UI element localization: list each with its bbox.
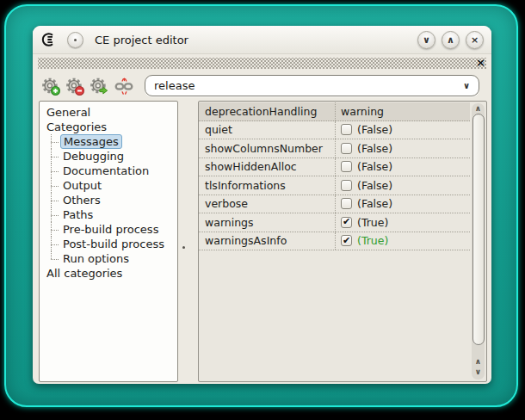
- properties-panel: deprecationHandling warning quiet (False…: [198, 101, 487, 382]
- chevron-up-icon: ∧: [447, 35, 454, 45]
- minimize-button[interactable]: ∨: [417, 31, 435, 49]
- checkbox-unchecked[interactable]: [341, 143, 352, 154]
- toolbar-grip[interactable]: ×: [38, 58, 486, 69]
- checkbox-checked[interactable]: ✔: [341, 217, 352, 228]
- property-row-verbose[interactable]: verbose (False): [199, 195, 470, 214]
- scroll-up-icon[interactable]: ∧: [472, 358, 485, 366]
- remove-target-button[interactable]: [64, 75, 86, 97]
- checkbox-unchecked[interactable]: [341, 180, 352, 191]
- chevron-down-icon: ∨: [463, 81, 470, 90]
- checkbox-unchecked[interactable]: [341, 198, 352, 209]
- scroll-up-icon[interactable]: ∧: [472, 105, 485, 113]
- panel-splitter[interactable]: [178, 101, 198, 382]
- tree-item-post-build-process[interactable]: Post-build process: [40, 237, 177, 251]
- property-value: (False): [357, 160, 392, 173]
- window-frame: CE project editor ∨ ∧ × ×: [4, 4, 518, 407]
- unlink-target-button[interactable]: [113, 75, 135, 97]
- ce-project-editor-window: CE project editor ∨ ∧ × ×: [33, 26, 491, 384]
- maximize-button[interactable]: ∧: [442, 31, 460, 49]
- toolbar-close-button[interactable]: ×: [476, 56, 485, 70]
- tree-item-pre-build-process[interactable]: Pre-build process: [40, 222, 177, 237]
- app-icon: [40, 31, 58, 48]
- close-icon: ×: [471, 35, 479, 45]
- close-icon: ×: [476, 56, 485, 69]
- window-title: CE project editor: [95, 34, 188, 46]
- unlink-icon: [114, 77, 133, 96]
- window-controls: ∨ ∧ ×: [417, 31, 484, 49]
- tree-item-documentation[interactable]: Documentation: [40, 164, 177, 178]
- property-value: (True): [357, 234, 388, 247]
- checkbox-unchecked[interactable]: [341, 161, 352, 172]
- checkbox-unchecked[interactable]: [341, 124, 352, 135]
- checkbox-checked[interactable]: ✔: [341, 235, 352, 246]
- chevron-down-icon: ∨: [423, 35, 430, 45]
- property-row-warningsAsInfo[interactable]: warningsAsInfo ✔ (True): [199, 232, 470, 251]
- gear-minus-icon: [65, 77, 84, 96]
- titlebar[interactable]: CE project editor ∨ ∧ ×: [33, 26, 491, 54]
- property-row-showHiddenAlloc[interactable]: showHiddenAlloc (False): [199, 158, 470, 177]
- property-value: (False): [357, 197, 392, 210]
- tree-item-all-categories[interactable]: All categories: [40, 266, 177, 281]
- copy-target-button[interactable]: [88, 75, 110, 97]
- properties-rows: deprecationHandling warning quiet (False…: [199, 102, 470, 250]
- gear-arrow-right-icon: [90, 77, 108, 96]
- build-target-select[interactable]: release ∨: [145, 75, 479, 96]
- vertical-scrollbar[interactable]: ∧ ∧ ∨: [472, 103, 485, 380]
- window-menu-button[interactable]: [67, 32, 83, 48]
- tree-item-general[interactable]: General: [40, 105, 177, 120]
- check-icon: ✔: [343, 217, 350, 226]
- scrollbar-thumb[interactable]: [472, 114, 485, 345]
- categories-tree: General Categories Messages Debugging Do…: [39, 101, 178, 382]
- check-icon: ✔: [343, 236, 350, 245]
- tree-item-output[interactable]: Output: [40, 178, 177, 193]
- property-value: (True): [357, 216, 388, 229]
- property-row-showColumnsNumber[interactable]: showColumnsNumber (False): [199, 139, 470, 158]
- property-value: (False): [357, 142, 392, 155]
- tree-item-run-options[interactable]: Run options: [40, 251, 177, 266]
- splitter-handle-icon: [182, 246, 185, 249]
- tree-item-paths[interactable]: Paths: [40, 207, 177, 222]
- tree-item-debugging[interactable]: Debugging: [40, 149, 177, 164]
- add-target-button[interactable]: [40, 75, 62, 97]
- property-row-quiet[interactable]: quiet (False): [199, 121, 470, 140]
- dot-icon: [74, 39, 77, 41]
- property-row-deprecationHandling[interactable]: deprecationHandling warning: [199, 102, 470, 121]
- tree-item-messages[interactable]: Messages: [40, 134, 177, 149]
- scroll-down-icon[interactable]: ∨: [472, 368, 485, 376]
- close-button[interactable]: ×: [466, 31, 484, 49]
- property-value: warning: [341, 105, 384, 118]
- build-target-value: release: [154, 79, 195, 92]
- tree-item-others[interactable]: Others: [40, 193, 177, 207]
- tree-item-categories[interactable]: Categories: [40, 120, 177, 134]
- property-row-tlsInformations[interactable]: tlsInformations (False): [199, 176, 470, 195]
- desktop-background: { "icons": { "check": "✔", "chevron_down…: [0, 0, 525, 420]
- property-value: (False): [357, 123, 392, 136]
- property-row-warnings[interactable]: warnings ✔ (True): [199, 213, 470, 232]
- gear-plus-icon: [41, 77, 60, 96]
- property-value: (False): [357, 179, 392, 192]
